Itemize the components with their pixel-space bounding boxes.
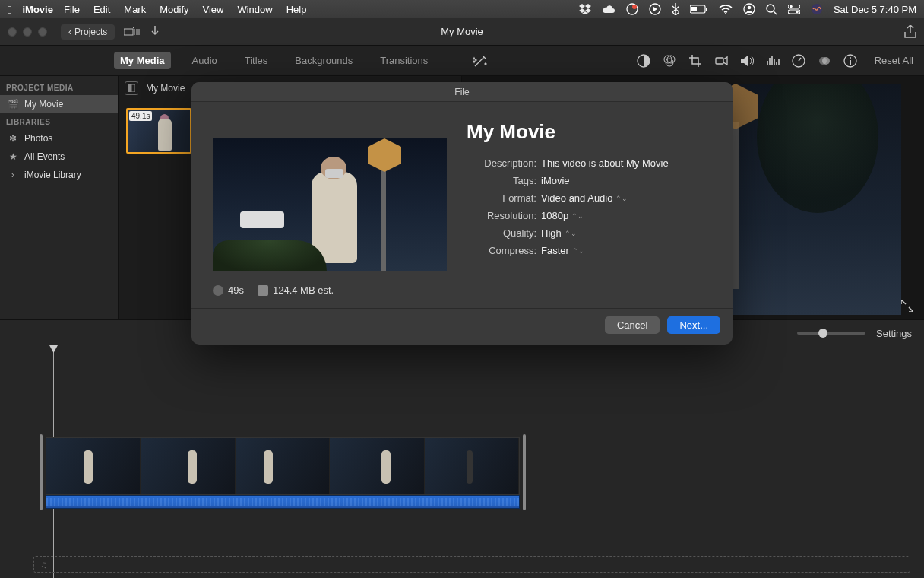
dialog-title: File [191, 82, 733, 102]
quality-label: Quality: [467, 227, 536, 239]
resolution-dropdown[interactable]: 1080p⌃⌄ [541, 210, 584, 221]
quality-dropdown[interactable]: High⌃⌄ [541, 227, 577, 239]
cancel-button[interactable]: Cancel [605, 316, 660, 334]
export-duration: 49s [213, 284, 244, 296]
format-label: Format: [467, 192, 536, 204]
modal-backdrop: File My Movie Description: This video is… [0, 0, 924, 578]
compress-label: Compress: [467, 245, 536, 256]
export-filesize: 124.4 MB est. [258, 284, 334, 296]
compress-dropdown[interactable]: Faster⌃⌄ [541, 245, 584, 256]
resolution-label: Resolution: [467, 210, 536, 221]
description-label: Description: [467, 157, 536, 169]
next-button[interactable]: Next... [667, 316, 720, 334]
format-dropdown[interactable]: Video and Audio⌃⌄ [541, 192, 628, 204]
export-file-dialog: File My Movie Description: This video is… [191, 82, 733, 345]
tags-label: Tags: [467, 175, 536, 186]
tags-field[interactable]: iMovie [541, 175, 570, 186]
file-icon [258, 285, 268, 296]
clock-icon [213, 285, 223, 296]
description-field[interactable]: This video is about My Movie [541, 157, 669, 169]
export-preview-thumbnail [213, 138, 447, 271]
export-movie-title: My Movie [467, 120, 711, 144]
